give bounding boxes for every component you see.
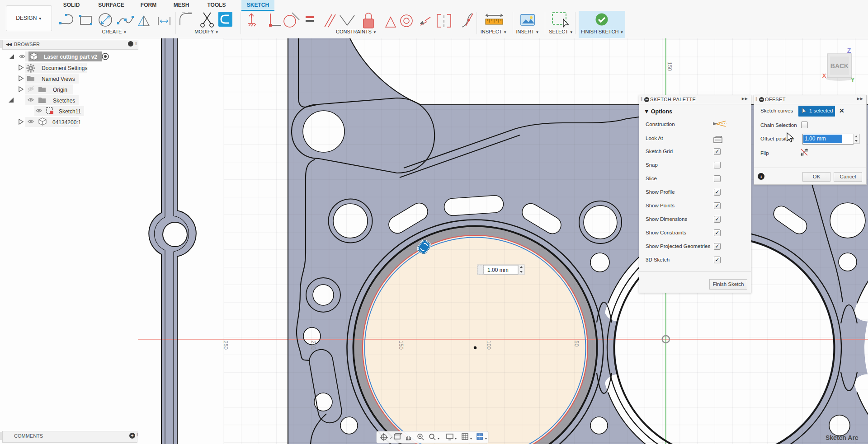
svg-text:Origin: Origin <box>53 87 67 93</box>
svg-text:250: 250 <box>222 341 229 350</box>
svg-text:Y: Y <box>851 76 855 83</box>
svg-text:Sketch Arc: Sketch Arc <box>826 434 859 441</box>
svg-text:Named Views: Named Views <box>42 76 75 82</box>
svg-text:50: 50 <box>573 341 580 347</box>
svg-text:BACK: BACK <box>830 62 849 70</box>
svg-text:1.00 mm: 1.00 mm <box>487 267 509 273</box>
svg-text:150: 150 <box>666 62 673 71</box>
svg-text:Sketches: Sketches <box>53 98 75 104</box>
svg-text:Laser cutting part v2: Laser cutting part v2 <box>44 54 97 60</box>
svg-text:X: X <box>822 72 826 79</box>
svg-text:Z: Z <box>847 47 851 54</box>
svg-text:100: 100 <box>486 341 492 350</box>
svg-text:200: 200 <box>310 341 316 350</box>
svg-text:150: 150 <box>398 341 404 350</box>
svg-text:Sketch11: Sketch11 <box>59 108 81 115</box>
svg-text:04134200:1: 04134200:1 <box>52 119 81 126</box>
svg-text:Document Settings: Document Settings <box>42 65 87 71</box>
